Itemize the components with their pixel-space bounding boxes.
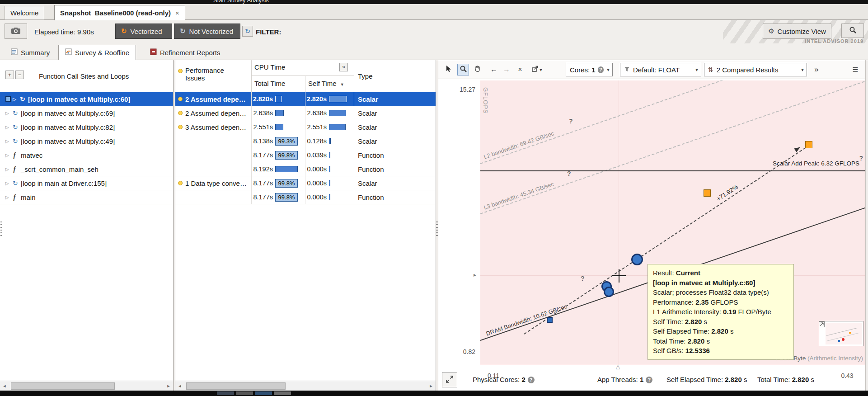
table-row-loop-multiply-49[interactable]: ▷↻[loop in matvec at Multiply.c:49] 8.13…: [0, 134, 436, 148]
tab-refinement-reports[interactable]: Refinement Reports: [144, 45, 226, 60]
row-expander[interactable]: ▷: [5, 195, 13, 200]
data-point-current-loop-c[interactable]: [604, 287, 614, 297]
row-expander[interactable]: ▷: [5, 139, 13, 144]
table-row-loop-driver-155[interactable]: ▷↻[loop in main at Driver.c:155] 1 Data …: [0, 176, 436, 190]
window-edge-splitter-grip[interactable]: [0, 220, 2, 236]
data-point-compared-a[interactable]: [704, 189, 711, 197]
chevron-down-icon: ▾: [604, 66, 610, 73]
data-point-compared-b[interactable]: [805, 141, 812, 148]
row-expander[interactable]: ▷: [5, 125, 13, 130]
roofline-chart[interactable]: L2 bandwidth: 69.42 GB/sec L3 bandwidth:…: [480, 80, 865, 365]
data-point-small-blue-square[interactable]: [547, 317, 553, 323]
roofline-menu-button[interactable]: ≡: [849, 64, 861, 75]
table-row-main[interactable]: ▷ƒmain 8.177s99.8% 0.000s Function: [0, 190, 436, 204]
tab-welcome-label: Welcome: [10, 9, 38, 17]
snapshot-camera-button[interactable]: [5, 24, 27, 39]
row-expander[interactable]: ▷: [5, 167, 13, 172]
scroll-right-arrow[interactable]: ►: [164, 381, 173, 391]
table-row-loop-multiply-82[interactable]: ▷↻[loop in matvec at Multiply.c:82] 3 As…: [0, 120, 436, 134]
l2-help-icon[interactable]: ?: [569, 118, 573, 125]
minimap-expand-icon[interactable]: [819, 321, 825, 329]
taskbar-window-preview[interactable]: [217, 391, 234, 395]
refresh-filter-button[interactable]: ↻: [242, 26, 253, 37]
total-time-bar: [275, 166, 298, 172]
column-header-function[interactable]: Function Call Sites and Loops: [39, 60, 129, 92]
toolbar-search-button[interactable]: [841, 24, 864, 38]
cores-dropdown[interactable]: Cores: 1 ? ▾: [566, 63, 613, 76]
compared-results-dropdown[interactable]: ⇅ 2 Compared Results ▾: [704, 63, 807, 76]
y-axis-min-label: 0.82: [451, 348, 475, 355]
dram-help-icon[interactable]: ?: [581, 275, 585, 282]
self-time-value: 2.820s: [305, 95, 329, 103]
roofline-toolbar: ← → × ▾ Cores: 1 ? ▾ Default: FLOAT ▾ ⇅ …: [438, 60, 865, 79]
filter-label: FILTER:: [256, 28, 281, 36]
cancel-zoom-button[interactable]: ×: [514, 64, 526, 75]
scrollbar-thumb[interactable]: [11, 382, 115, 390]
self-time-bar: [329, 110, 346, 116]
row-expander[interactable]: ▷: [5, 153, 13, 158]
l3-help-icon[interactable]: ?: [567, 170, 571, 177]
function-column-scrollbar[interactable]: ◄ ►: [0, 381, 173, 391]
taskbar-window-preview[interactable]: [255, 391, 272, 395]
pane-splitter-grip[interactable]: [436, 220, 438, 236]
column-header-total-time[interactable]: Total Time: [252, 76, 305, 92]
function-icon: ƒ: [13, 151, 21, 159]
expand-roofline-button[interactable]: [442, 372, 457, 387]
select-cursor-button[interactable]: [443, 64, 455, 75]
redo-zoom-button[interactable]: →: [501, 64, 512, 75]
taskbar-window-preview[interactable]: [236, 391, 253, 395]
scroll-left-arrow[interactable]: ◄: [175, 381, 184, 391]
column-header-performance-issues[interactable]: Performance Issues: [175, 60, 252, 92]
help-icon[interactable]: ?: [528, 377, 535, 383]
cpu-time-label: CPU Time: [254, 63, 285, 71]
data-point-current-selected-loop[interactable]: [631, 254, 643, 265]
row-expander[interactable]: ▷: [13, 97, 20, 102]
cpu-time-expand-button[interactable]: »: [339, 63, 348, 71]
menu-item-start-survey-analysis[interactable]: Start Survey Analysis: [213, 0, 269, 4]
status-total-time: Total Time: 2.820 s: [757, 376, 814, 383]
collapse-all-button[interactable]: −: [15, 71, 24, 79]
column-header-self-time[interactable]: Self Time ▼: [305, 76, 354, 92]
loop-icon: ↻: [20, 95, 28, 103]
undo-zoom-button[interactable]: ←: [488, 64, 500, 75]
close-icon[interactable]: ×: [175, 9, 179, 17]
taskbar-window-preview[interactable]: [274, 391, 291, 395]
table-row-loop-multiply-69[interactable]: ▷↻[loop in matvec at Multiply.c:69] 2 As…: [0, 106, 436, 120]
row-expander[interactable]: ▷: [5, 181, 13, 186]
column-header-type[interactable]: Type: [354, 60, 436, 92]
help-icon[interactable]: ?: [598, 66, 604, 73]
vectorized-toggle-button[interactable]: ↻ Vectorized: [115, 24, 172, 39]
help-icon[interactable]: ?: [646, 377, 652, 383]
tab-welcome[interactable]: Welcome: [5, 6, 44, 20]
scroll-left-arrow[interactable]: ◄: [0, 381, 9, 391]
pan-hand-button[interactable]: [472, 64, 483, 75]
customize-view-button[interactable]: ⚙ Customize View: [763, 24, 831, 39]
column-header-cpu-time[interactable]: CPU Time »: [252, 60, 354, 76]
chevrons-icon: »: [342, 63, 345, 70]
data-columns-scrollbar[interactable]: ◄ ►: [175, 381, 436, 391]
self-time-bar: [329, 138, 331, 144]
roofline-filter-value: Default: FLOAT: [633, 66, 680, 74]
row-expander[interactable]: ▷: [5, 111, 13, 116]
roofline-filter-dropdown[interactable]: Default: FLOAT ▾: [620, 63, 701, 76]
more-tools-button[interactable]: »: [811, 64, 822, 75]
issue-bulb-icon: [178, 125, 183, 129]
not-vectorized-toggle-button[interactable]: ↻ Not Vectorized: [174, 24, 240, 39]
scrollbar-thumb[interactable]: [186, 382, 286, 390]
roofline-minimap[interactable]: [819, 321, 863, 346]
table-row-scrt-common-main-seh[interactable]: ▷ƒ_scrt_common_main_seh 8.192s 0.000s Fu…: [0, 162, 436, 176]
expand-arrows-icon: [446, 375, 454, 385]
not-vectorized-label: Not Vectorized: [189, 28, 234, 35]
export-chart-button[interactable]: ▾: [528, 64, 546, 75]
tooltip-self-time: 2.820: [685, 318, 702, 325]
scalar-peak-help-icon[interactable]: ?: [859, 155, 863, 162]
tab-survey-roofline[interactable]: Survey & Roofline: [58, 45, 136, 60]
expand-all-button[interactable]: +: [5, 71, 14, 79]
table-row-loop-multiply-60[interactable]: ▷ ↻ [loop in matvec at Multiply.c:60] 2 …: [0, 92, 436, 106]
table-row-matvec[interactable]: ▷ƒmatvec 8.177s99.8% 0.039s Function: [0, 148, 436, 162]
tab-snapshot[interactable]: Snapshot_Baseline000 (read-only) ×: [54, 5, 185, 20]
scroll-right-arrow[interactable]: ►: [427, 381, 436, 391]
tab-summary[interactable]: Summary: [5, 45, 56, 60]
tooltip-value: Current: [676, 269, 700, 277]
zoom-tool-button[interactable]: [457, 64, 469, 75]
